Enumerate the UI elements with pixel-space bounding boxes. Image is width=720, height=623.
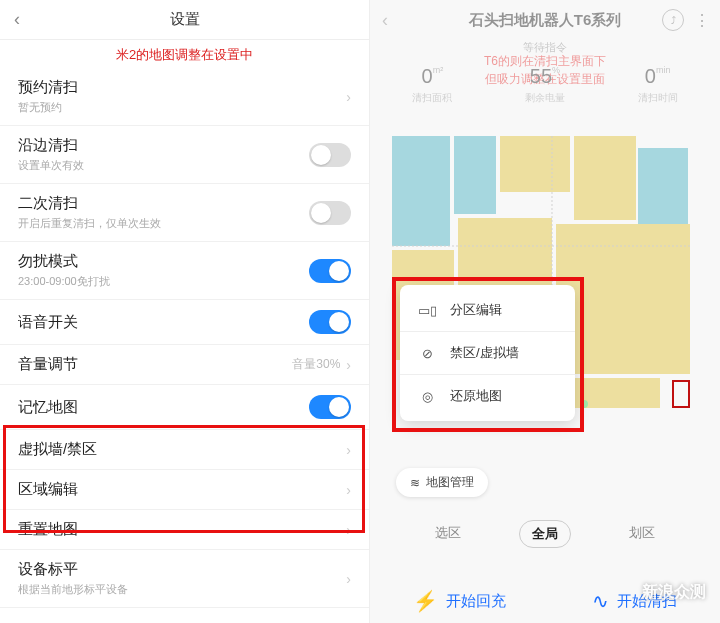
stats-row: 0m² 清扫面积 55% 剩余电量 0min 清扫时间 bbox=[370, 55, 720, 119]
setting-row-reset-map[interactable]: 重置地图› bbox=[0, 510, 369, 550]
bolt-icon: ⚡ bbox=[413, 589, 438, 613]
row-title: 勿扰模式 bbox=[18, 252, 309, 271]
stat-area: 0m² 清扫面积 bbox=[412, 65, 452, 105]
toggle-dnd[interactable] bbox=[309, 259, 351, 283]
row-title: 区域编辑 bbox=[18, 480, 346, 499]
back-icon[interactable]: ‹ bbox=[382, 10, 388, 31]
layers-icon: ≋ bbox=[410, 476, 420, 490]
setting-row-twice[interactable]: 二次清扫开启后重复清扫，仅单次生效 bbox=[0, 184, 369, 242]
chevron-right-icon: › bbox=[346, 482, 351, 498]
tab-global[interactable]: 全局 bbox=[519, 520, 571, 548]
chevron-right-icon: › bbox=[346, 357, 351, 373]
setting-row-volume[interactable]: 音量调节音量30%› bbox=[0, 345, 369, 385]
setting-row-zone-edit[interactable]: 区域编辑› bbox=[0, 470, 369, 510]
toggle-voice[interactable] bbox=[309, 310, 351, 334]
recharge-button[interactable]: ⚡ 开始回充 bbox=[413, 589, 506, 613]
nogo-icon: ⊘ bbox=[418, 346, 436, 361]
setting-row-dnd[interactable]: 勿扰模式23:00-09:00免打扰 bbox=[0, 242, 369, 300]
chevron-right-icon: › bbox=[346, 522, 351, 538]
share-icon[interactable]: ⤴ bbox=[662, 9, 684, 31]
popup-nogo[interactable]: ⊘ 禁区/虚拟墙 bbox=[400, 331, 575, 374]
more-icon[interactable]: ⋮ bbox=[694, 11, 710, 30]
setting-row-edge[interactable]: 沿边清扫设置单次有效 bbox=[0, 126, 369, 184]
row-title: 音量调节 bbox=[18, 355, 292, 374]
setting-row-calib[interactable]: 设备标平根据当前地形标平设备› bbox=[0, 550, 369, 608]
tab-draw-zone[interactable]: 划区 bbox=[617, 520, 667, 548]
tab-select-zone[interactable]: 选区 bbox=[423, 520, 473, 548]
robot-header: ‹ 石头扫地机器人T6系列 ⤴ ⋮ bbox=[370, 0, 720, 40]
settings-header: ‹ 设置 bbox=[0, 0, 369, 40]
svg-rect-4 bbox=[638, 148, 688, 228]
svg-rect-2 bbox=[500, 136, 570, 192]
row-subtitle: 根据当前地形标平设备 bbox=[18, 582, 346, 597]
row-title: 记忆地图 bbox=[18, 398, 309, 417]
row-title: 二次清扫 bbox=[18, 194, 309, 213]
settings-pane: ‹ 设置 米2的地图调整在设置中 预约清扫暂无预约›沿边清扫设置单次有效二次清扫… bbox=[0, 0, 370, 623]
stat-battery: 55% 剩余电量 bbox=[525, 65, 565, 105]
mode-tabs: 选区 全局 划区 bbox=[370, 520, 720, 548]
row-subtitle: 暂无预约 bbox=[18, 100, 346, 115]
left-annotation: 米2的地图调整在设置中 bbox=[0, 40, 369, 68]
toggle-edge[interactable] bbox=[309, 143, 351, 167]
grid-icon: ▭▯ bbox=[418, 303, 436, 318]
row-subtitle: 开启后重复清扫，仅单次生效 bbox=[18, 216, 309, 231]
stat-time: 0min 清扫时间 bbox=[638, 65, 678, 105]
row-title: 预约清扫 bbox=[18, 78, 346, 97]
watermark: 新浪众测 bbox=[642, 582, 706, 603]
row-title: 语音开关 bbox=[18, 313, 309, 332]
row-title: 设备标平 bbox=[18, 560, 346, 579]
settings-title: 设置 bbox=[0, 10, 369, 29]
svg-point-12 bbox=[580, 400, 588, 408]
row-title: 沿边清扫 bbox=[18, 136, 309, 155]
map-manage-chip[interactable]: ≋ 地图管理 bbox=[396, 468, 488, 497]
path-icon: ∿ bbox=[592, 589, 609, 613]
row-aux-text: 音量30% bbox=[292, 356, 340, 373]
map-edit-popup: ▭▯ 分区编辑 ⊘ 禁区/虚拟墙 ◎ 还原地图 bbox=[400, 285, 575, 421]
svg-rect-3 bbox=[574, 136, 636, 220]
chevron-right-icon: › bbox=[346, 442, 351, 458]
row-subtitle: 23:00-09:00免打扰 bbox=[18, 274, 309, 289]
toggle-twice[interactable] bbox=[309, 201, 351, 225]
pin-icon: ◎ bbox=[418, 389, 436, 404]
chevron-right-icon: › bbox=[346, 89, 351, 105]
map-marker-icon bbox=[672, 380, 690, 408]
row-subtitle: 设置单次有效 bbox=[18, 158, 309, 173]
svg-rect-1 bbox=[454, 136, 496, 214]
popup-restore[interactable]: ◎ 还原地图 bbox=[400, 374, 575, 417]
setting-row-mem-map[interactable]: 记忆地图 bbox=[0, 385, 369, 430]
chevron-right-icon: › bbox=[346, 571, 351, 587]
setting-row-schedule[interactable]: 预约清扫暂无预约› bbox=[0, 68, 369, 126]
setting-row-voice[interactable]: 语音开关 bbox=[0, 300, 369, 345]
row-title: 虚拟墙/禁区 bbox=[18, 440, 346, 459]
row-title: 重置地图 bbox=[18, 520, 346, 539]
robot-main-pane: ‹ 石头扫地机器人T6系列 ⤴ ⋮ 等待指令 T6的则在清扫主界面下 但吸力调整… bbox=[370, 0, 720, 623]
toggle-mem-map[interactable] bbox=[309, 395, 351, 419]
setting-row-vwall[interactable]: 虚拟墙/禁区› bbox=[0, 430, 369, 470]
robot-title: 石头扫地机器人T6系列 bbox=[469, 11, 622, 30]
back-icon[interactable]: ‹ bbox=[14, 9, 20, 30]
popup-seg-edit[interactable]: ▭▯ 分区编辑 bbox=[400, 289, 575, 331]
svg-rect-0 bbox=[392, 136, 450, 246]
